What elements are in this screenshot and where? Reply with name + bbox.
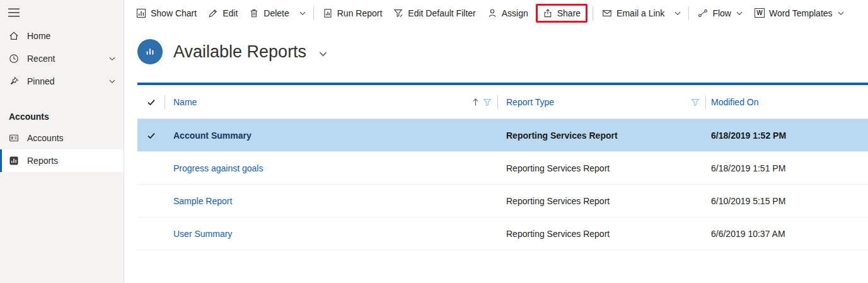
menu-button[interactable]: [0, 0, 124, 25]
sidebar-item-pinned[interactable]: Pinned: [0, 70, 124, 93]
word-icon: W: [755, 8, 765, 18]
command-divider: [688, 6, 689, 20]
word-templates-button[interactable]: W Word Templates: [749, 4, 850, 23]
row-checkbox[interactable]: [137, 131, 165, 140]
home-icon: [9, 31, 19, 41]
filter-funnel-icon[interactable]: [691, 98, 706, 107]
pin-icon: [9, 76, 19, 86]
clock-icon: [9, 54, 19, 64]
assign-button[interactable]: Assign: [482, 4, 534, 23]
table-row[interactable]: Account Summary Reporting Services Repor…: [137, 119, 868, 152]
column-label: Name: [173, 97, 197, 107]
command-divider: [593, 6, 593, 20]
chevron-down-icon[interactable]: [108, 55, 116, 62]
sidebar-item-recent[interactable]: Recent: [0, 47, 124, 70]
assign-label: Assign: [502, 8, 528, 18]
main-area: Show Chart Edit Delete: [124, 0, 868, 283]
chevron-down-icon: [736, 9, 743, 17]
flow-icon: [698, 8, 708, 18]
edit-icon: [208, 8, 218, 18]
column-header-name[interactable]: Name: [165, 85, 498, 118]
select-all-checkbox[interactable]: [137, 85, 165, 118]
reports-grid: Name Report Type: [137, 83, 868, 250]
modified-on-cell: 6/18/2019 1:52 PM: [706, 130, 868, 141]
modified-on-cell: 6/10/2019 5:15 PM: [706, 196, 868, 206]
app-window: Home Recent Pinned Accounts A: [0, 0, 868, 283]
word-glyph: W: [756, 9, 762, 16]
report-type-cell: Reporting Services Report: [498, 196, 706, 206]
flow-button[interactable]: Flow: [692, 4, 749, 23]
sidebar-item-label: Pinned: [27, 76, 55, 86]
grid-header-row: Name Report Type: [137, 85, 868, 119]
email-icon: [602, 8, 612, 18]
flow-label: Flow: [712, 8, 731, 18]
share-label: Share: [557, 8, 581, 18]
sidebar-item-home[interactable]: Home: [0, 25, 124, 47]
report-name-link[interactable]: Progress against goals: [165, 163, 498, 173]
run-report-button[interactable]: Run Report: [317, 4, 388, 23]
page-title: Available Reports: [173, 42, 306, 62]
email-overflow-chevron[interactable]: [670, 5, 685, 21]
email-a-link-button[interactable]: Email a Link: [596, 4, 670, 23]
report-type-cell: Reporting Services Report: [498, 163, 706, 173]
report-name-link[interactable]: Account Summary: [165, 130, 498, 141]
column-header-report-type[interactable]: Report Type: [498, 85, 706, 118]
delete-icon: [249, 8, 259, 18]
report-type-cell: Reporting Services Report: [498, 130, 706, 141]
hamburger-icon: [8, 8, 124, 17]
delete-label: Delete: [263, 8, 289, 18]
reports-icon: [9, 156, 19, 166]
command-bar: Show Chart Edit Delete: [124, 0, 868, 26]
table-row[interactable]: Sample Report Reporting Services Report …: [137, 185, 868, 217]
modified-on-cell: 6/18/2019 1:51 PM: [706, 163, 868, 173]
chevron-down-icon: [674, 9, 681, 17]
delete-button[interactable]: Delete: [243, 4, 294, 23]
sidebar-item-accounts[interactable]: Accounts: [0, 127, 124, 149]
column-label: Report Type: [506, 97, 554, 107]
report-name-link[interactable]: User Summary: [165, 229, 498, 239]
run-report-icon: [323, 8, 333, 18]
page-header: Available Reports: [137, 38, 868, 66]
command-divider: [313, 6, 314, 20]
run-report-label: Run Report: [337, 8, 383, 18]
delete-overflow-chevron[interactable]: [295, 5, 310, 21]
accounts-icon: [9, 133, 19, 143]
edit-button[interactable]: Edit: [202, 4, 243, 23]
report-name-link[interactable]: Sample Report: [165, 196, 498, 206]
sort-ascending-icon[interactable]: [472, 98, 498, 107]
column-header-modified-on[interactable]: Modified On: [706, 85, 868, 118]
sidebar-item-label: Home: [27, 31, 50, 41]
content-area: Available Reports Name: [124, 26, 868, 283]
show-chart-button[interactable]: Show Chart: [130, 4, 202, 23]
view-selector-chevron[interactable]: [318, 45, 328, 59]
word-templates-label: Word Templates: [769, 8, 833, 18]
reports-entity-icon: [137, 39, 163, 64]
show-chart-icon: [136, 8, 146, 18]
filter-edit-icon: [393, 8, 403, 18]
sidebar-item-label: Reports: [27, 156, 58, 166]
chevron-down-icon: [837, 9, 845, 17]
chevron-down-icon: [299, 9, 306, 17]
sidebar-item-label: Accounts: [27, 133, 64, 143]
share-icon: [543, 8, 553, 18]
sidebar: Home Recent Pinned Accounts A: [0, 0, 124, 283]
chevron-down-icon[interactable]: [108, 78, 116, 85]
edit-default-filter-button[interactable]: Edit Default Filter: [388, 4, 481, 23]
share-button[interactable]: Share: [536, 4, 587, 23]
sidebar-group-accounts: Accounts: [0, 112, 124, 127]
edit-label: Edit: [223, 8, 238, 18]
sidebar-item-reports[interactable]: Reports: [0, 149, 124, 172]
column-label: Modified On: [711, 97, 758, 107]
person-icon: [487, 8, 497, 18]
table-row[interactable]: Progress against goals Reporting Service…: [137, 152, 868, 185]
email-a-link-label: Email a Link: [616, 8, 664, 18]
edit-default-filter-label: Edit Default Filter: [408, 8, 475, 18]
report-type-cell: Reporting Services Report: [498, 229, 706, 239]
filter-funnel-icon[interactable]: [483, 98, 492, 107]
modified-on-cell: 6/6/2019 10:37 AM: [706, 229, 868, 239]
show-chart-label: Show Chart: [151, 8, 197, 18]
table-row[interactable]: User Summary Reporting Services Report 6…: [137, 217, 868, 250]
sidebar-item-label: Recent: [27, 54, 55, 64]
